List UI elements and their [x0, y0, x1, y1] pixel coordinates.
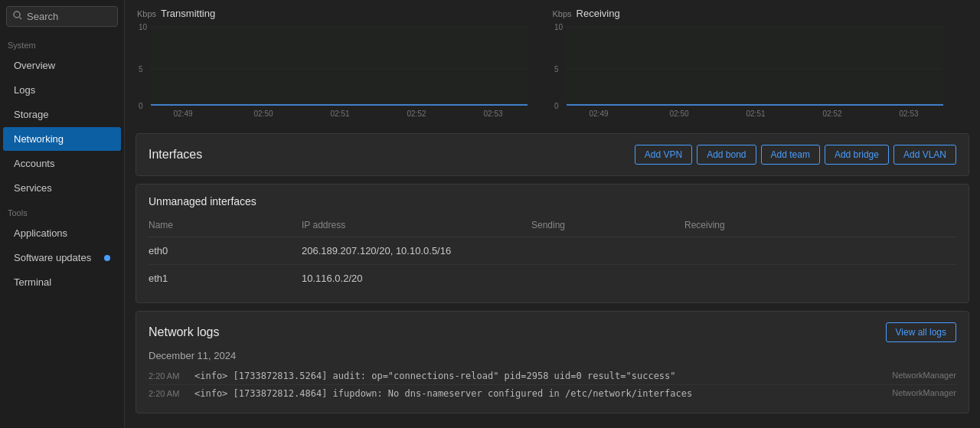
- table-row: eth1 10.116.0.2/20: [149, 265, 956, 292]
- svg-text:02:53: 02:53: [899, 109, 918, 118]
- search-input[interactable]: Search: [6, 6, 118, 27]
- svg-rect-8: [151, 27, 528, 105]
- eth1-sending: [531, 265, 684, 292]
- svg-text:10: 10: [139, 23, 148, 31]
- sidebar-item-networking[interactable]: Networking: [3, 127, 121, 151]
- svg-text:02:49: 02:49: [589, 109, 608, 118]
- eth1-ip: 10.116.0.2/20: [302, 265, 531, 292]
- add-bridge-button[interactable]: Add bridge: [825, 145, 889, 165]
- add-bond-button[interactable]: Add bond: [697, 145, 756, 165]
- log-time-2: 2:20 AM: [149, 388, 187, 398]
- transmitting-unit: Kbps: [137, 9, 156, 18]
- sidebar-item-logs[interactable]: Logs: [3, 78, 121, 102]
- logs-date: December 11, 2024: [149, 350, 956, 361]
- table-header-row: Name IP address Sending Receiving: [149, 217, 956, 237]
- svg-text:02:51: 02:51: [330, 109, 349, 118]
- sidebar-item-terminal[interactable]: Terminal: [3, 270, 121, 294]
- charts-area: Kbps Transmitting 10 5 0: [125, 0, 980, 123]
- interfaces-section: Interfaces Add VPN Add bond Add team Add…: [136, 133, 969, 176]
- unmanaged-interfaces-section: Unmanaged interfaces Name IP address Sen…: [136, 184, 969, 303]
- col-ip: IP address: [302, 217, 531, 237]
- unmanaged-title: Unmanaged interfaces: [149, 195, 956, 207]
- tools-section-label: Tools: [0, 201, 124, 221]
- unmanaged-table: Name IP address Sending Receiving eth0 2…: [149, 217, 956, 292]
- receiving-title: Receiving: [577, 8, 620, 19]
- svg-text:02:49: 02:49: [173, 109, 192, 118]
- svg-point-0: [14, 11, 20, 18]
- log-entry: 2:20 AM <info> [1733872813.5264] audit: …: [149, 368, 956, 385]
- sidebar-item-storage[interactable]: Storage: [3, 103, 121, 126]
- eth0-receiving: [684, 237, 956, 265]
- system-section: System Overview Logs Storage Networking …: [0, 33, 124, 201]
- svg-text:02:51: 02:51: [746, 109, 765, 118]
- svg-line-1: [20, 18, 22, 20]
- eth0-name: eth0: [149, 237, 302, 265]
- col-receiving: Receiving: [684, 217, 956, 237]
- sidebar-item-overview[interactable]: Overview: [3, 54, 121, 77]
- svg-text:5: 5: [139, 65, 143, 74]
- receiving-svg: 10 5 0 02:49 02:50 02:51 02:52: [553, 21, 951, 120]
- svg-text:0: 0: [554, 102, 559, 110]
- add-vpn-button[interactable]: Add VPN: [635, 145, 692, 165]
- svg-text:02:52: 02:52: [822, 109, 841, 118]
- log-source-1: NetworkManager: [892, 371, 956, 380]
- system-section-label: System: [0, 33, 124, 53]
- transmitting-svg: 10 5 0 02:49 02:50 02:51 02:52: [137, 21, 535, 120]
- add-vlan-button[interactable]: Add VLAN: [893, 145, 956, 165]
- logs-title: Network logs: [149, 325, 219, 339]
- eth1-receiving: [684, 265, 956, 292]
- col-name: Name: [149, 217, 302, 237]
- svg-text:02:50: 02:50: [253, 109, 273, 118]
- add-team-button[interactable]: Add team: [761, 145, 820, 165]
- svg-text:10: 10: [554, 23, 564, 31]
- logs-section: Network logs View all logs December 11, …: [136, 311, 969, 413]
- transmitting-chart: Kbps Transmitting 10 5 0: [137, 8, 553, 123]
- col-sending: Sending: [531, 217, 684, 237]
- svg-text:5: 5: [554, 65, 559, 74]
- svg-text:02:53: 02:53: [483, 109, 502, 118]
- unmanaged-table-body: eth0 206.189.207.120/20, 10.10.0.5/16 et…: [149, 237, 956, 292]
- eth0-sending: [531, 237, 684, 265]
- log-time-1: 2:20 AM: [149, 371, 187, 381]
- log-entry: 2:20 AM <info> [1733872812.4864] ifupdow…: [149, 385, 956, 402]
- search-icon: [13, 11, 22, 22]
- sidebar-item-software-updates[interactable]: Software updates: [3, 246, 121, 270]
- transmitting-title: Transmitting: [161, 8, 215, 19]
- receiving-unit: Kbps: [553, 9, 572, 18]
- software-updates-badge: [104, 255, 110, 261]
- interfaces-btn-group: Add VPN Add bond Add team Add bridge Add…: [635, 145, 956, 165]
- view-all-logs-button[interactable]: View all logs: [886, 322, 956, 342]
- log-source-2: NetworkManager: [892, 388, 956, 397]
- sidebar: Search System Overview Logs Storage Netw…: [0, 0, 125, 428]
- sidebar-item-applications[interactable]: Applications: [3, 221, 121, 245]
- tools-section: Tools Applications Software updates Term…: [0, 201, 124, 295]
- main-content: Kbps Transmitting 10 5 0: [125, 0, 980, 428]
- svg-rect-20: [567, 27, 943, 105]
- sidebar-item-services[interactable]: Services: [3, 176, 121, 200]
- svg-text:0: 0: [139, 102, 143, 110]
- eth0-ip: 206.189.207.120/20, 10.10.0.5/16: [302, 237, 531, 265]
- receiving-chart: Kbps Receiving 10 5 0: [553, 8, 969, 123]
- sidebar-item-accounts[interactable]: Accounts: [3, 152, 121, 175]
- search-label: Search: [27, 11, 58, 22]
- svg-text:02:52: 02:52: [407, 109, 426, 118]
- table-row: eth0 206.189.207.120/20, 10.10.0.5/16: [149, 237, 956, 265]
- log-text-1: <info> [1733872813.5264] audit: op="conn…: [194, 371, 884, 381]
- svg-text:02:50: 02:50: [669, 109, 688, 118]
- eth1-name: eth1: [149, 265, 302, 292]
- log-text-2: <info> [1733872812.4864] ifupdown: No dn…: [194, 388, 884, 399]
- interfaces-title: Interfaces: [149, 148, 202, 162]
